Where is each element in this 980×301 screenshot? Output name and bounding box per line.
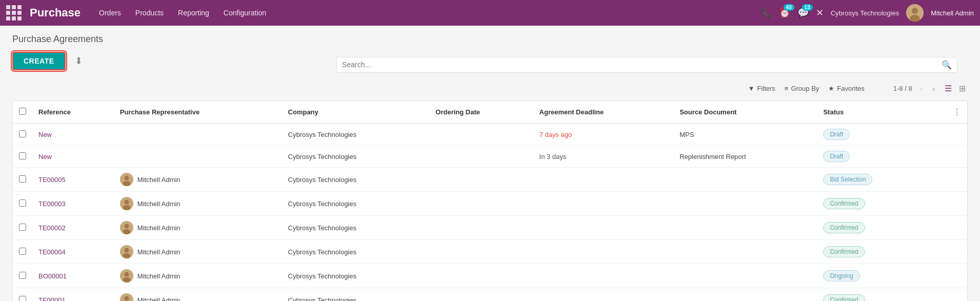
avatar-cell: Mitchell Admin [120,221,276,234]
row-status: Ongoing [817,264,929,288]
row-checkbox[interactable] [19,248,26,255]
row-company: Cybrosys Technologies [282,288,430,302]
row-reference[interactable]: TE00003 [32,192,114,216]
row-checkbox-cell[interactable] [13,168,32,192]
avatar-cell: Mitchell Admin [120,197,276,210]
download-button[interactable]: ⬇ [71,53,87,69]
table-row[interactable]: TE00003Mitchell AdminCybrosys Technologi… [13,192,967,216]
filters-button[interactable]: ▼ Filters [748,85,775,92]
row-checkbox-cell[interactable] [13,216,32,240]
nav-reporting[interactable]: Reporting [172,6,215,20]
row-agreement-deadline [533,264,674,288]
row-checkbox[interactable] [19,296,26,302]
rep-name: Mitchell Admin [137,296,181,302]
app-title[interactable]: Purchase [30,6,81,19]
select-all-checkbox[interactable] [19,108,26,115]
col-reference: Reference [32,101,114,124]
row-extra-col [930,264,967,288]
row-checkbox[interactable] [19,152,26,159]
nav-configuration[interactable]: Configuration [217,6,272,20]
row-reference[interactable]: New [32,146,114,168]
rep-avatar [120,221,133,234]
row-status: Bid Selection [817,168,929,192]
row-reference[interactable]: TE00001 [32,288,114,302]
row-company: Cybrosys Technologies [282,216,430,240]
row-reference[interactable]: TE00004 [32,240,114,264]
row-checkbox[interactable] [19,224,26,231]
table-row[interactable]: TE00001Mitchell AdminCybrosys Technologi… [13,288,967,302]
row-purchase-rep: Mitchell Admin [114,240,282,264]
table-row[interactable]: NewCybrosys TechnologiesIn 3 daysRepleni… [13,146,967,168]
row-source-document [673,168,817,192]
status-badge: Confirmed [823,246,865,257]
prev-page-button[interactable]: ‹ [917,84,925,94]
group-by-button[interactable]: ≡ Group By [785,85,819,92]
row-checkbox[interactable] [19,199,26,207]
row-extra-col [930,124,967,146]
list-view-button[interactable]: ☰ [943,83,954,94]
table-row[interactable]: NewCybrosys Technologies7 days agoMPSDra… [13,124,967,146]
avatar-cell: Mitchell Admin [120,269,276,283]
favorites-label: Favorites [837,85,864,92]
row-checkbox-cell[interactable] [13,288,32,302]
table-row[interactable]: TE00005Mitchell AdminCybrosys Technologi… [13,168,967,192]
search-input[interactable] [342,61,938,69]
row-reference[interactable]: TE00005 [32,168,114,192]
search-bar: 🔍 [336,57,957,73]
company-name: Cybrosys Technologies [831,9,899,17]
row-company: Cybrosys Technologies [282,192,430,216]
row-source-document [673,216,817,240]
row-ordering-date [429,146,533,168]
col-company: Company [282,101,430,124]
select-all-header[interactable] [13,101,32,124]
avatar[interactable] [906,4,924,22]
more-columns-button[interactable]: ⋮ [930,101,967,124]
svg-point-7 [124,200,129,205]
row-checkbox[interactable] [19,175,26,183]
row-reference[interactable]: New [32,124,114,146]
next-page-button[interactable]: › [930,84,937,94]
table-row[interactable]: TE00004Mitchell AdminCybrosys Technologi… [13,240,967,264]
search-icon: 🔍 [942,60,952,70]
row-source-document [673,240,817,264]
row-source-document [673,264,817,288]
row-ordering-date [429,288,533,302]
row-checkbox-cell[interactable] [13,146,32,168]
rep-name: Mitchell Admin [137,200,181,208]
row-checkbox[interactable] [19,130,26,137]
row-checkbox-cell[interactable] [13,192,32,216]
row-checkbox-cell[interactable] [13,264,32,288]
col-agreement-deadline: Agreement Deadline [533,101,674,124]
svg-point-1 [912,8,918,14]
row-status: Confirmed [817,216,929,240]
row-agreement-deadline [533,240,674,264]
grid-view-button[interactable]: ⊞ [957,83,968,94]
row-reference[interactable]: BO00001 [32,264,114,288]
row-checkbox[interactable] [19,272,26,279]
username: Mitchell Admin [931,9,974,17]
rep-avatar [120,173,133,186]
svg-point-10 [124,224,129,229]
close-icon[interactable]: ✕ [816,7,824,18]
favorites-button[interactable]: ★ Favorites [828,85,864,92]
table-row[interactable]: BO00001Mitchell AdminCybrosys Technologi… [13,264,967,288]
row-agreement-deadline: In 3 days [533,146,674,168]
clock-badge-icon[interactable]: ⏰ 40 [779,7,790,18]
row-ordering-date [429,216,533,240]
row-checkbox-cell[interactable] [13,240,32,264]
nav-orders[interactable]: Orders [93,6,127,20]
row-source-document [673,288,817,302]
row-checkbox-cell[interactable] [13,124,32,146]
table-row[interactable]: TE00002Mitchell AdminCybrosys Technologi… [13,216,967,240]
rep-avatar [120,293,133,301]
chat-badge-icon[interactable]: 💬 13 [797,7,809,18]
row-reference[interactable]: TE00002 [32,216,114,240]
row-purchase-rep: Mitchell Admin [114,264,282,288]
phone-icon[interactable]: 📞 [761,7,772,18]
apps-menu-icon[interactable] [6,5,22,21]
row-ordering-date [429,192,533,216]
nav-products[interactable]: Products [129,6,170,20]
create-button[interactable]: CREATE [12,52,66,70]
row-ordering-date [429,264,533,288]
rep-name: Mitchell Admin [137,176,181,184]
